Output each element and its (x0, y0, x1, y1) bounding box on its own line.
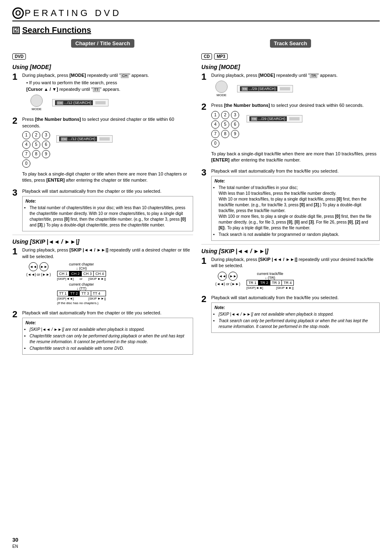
right-step1-num: 1 (201, 72, 209, 99)
mp3-badge: MP3 (214, 53, 228, 60)
left-step2-display: CH .../12 (SEARCH) (56, 135, 113, 143)
right-skip-tr-diagram: current track/file ↓ (TR) TR 1 TR 2 TR 3… (247, 272, 294, 290)
right-skip-step2: 2 Playback will start automatically from… (201, 295, 380, 333)
left-step1-diagram: MODE CH .../12 (SEARCH) (30, 95, 193, 111)
right-using-mode-title: Using [MODE] (201, 64, 380, 70)
right-step2-diagram: 1 2 3 4 5 6 7 8 9 (211, 111, 380, 149)
left-step2-diagram: 1 2 3 4 5 6 7 8 9 (22, 131, 193, 169)
left-step3-num: 3 (12, 188, 20, 231)
left-using-skip-title: Using [SKIP |◄◄ / ►►|] (12, 238, 193, 245)
left-skip-step2-content: Playback will start automatically from t… (22, 310, 193, 355)
left-skip-note: Note: [SKIP |◄◄ / ►►|] are not available… (22, 318, 193, 355)
left-step3-content: Playback will start automatically from t… (22, 188, 193, 231)
left-step2: 2 Press [the Number buttons] to select y… (12, 116, 193, 185)
track-search-banner: Track Search (270, 39, 311, 48)
right-skip-step2-num: 2 (201, 295, 209, 333)
left-skip-step2: 2 Playback will start automatically from… (12, 310, 193, 355)
left-step1-display: CH .../12 (SEARCH) (52, 99, 108, 106)
right-step3-content: Playback will start automatically from t… (211, 168, 380, 241)
header-circle-letter: O (15, 9, 21, 18)
section-title-text: Search Functions (22, 25, 91, 35)
left-step1: 1 During playback, press [MODE] repeated… (12, 72, 193, 113)
page-header: O PERATING DVD (12, 7, 380, 21)
left-divider (12, 235, 193, 235)
mode-button: MODE (30, 95, 43, 111)
right-step2: 2 Press [the Number buttons] to select y… (201, 102, 380, 164)
section-title: ☑ Search Functions (12, 25, 380, 35)
right-skip-note: Note: [SKIP |◄◄ / ►►|] are not available… (211, 302, 380, 333)
dvd-badge: DVD (12, 53, 193, 61)
right-divider (201, 244, 380, 245)
right-skip-step1: 1 During playback, press [SKIP |◄◄ / ►►|… (201, 256, 380, 291)
left-skip-step1-content: During playback, press [SKIP |◄◄ / ►►|] … (22, 247, 193, 307)
header-title: PERATING DVD (25, 8, 121, 18)
header-circle: O (12, 7, 24, 19)
right-skip-step1-num: 1 (201, 256, 209, 291)
right-step3-num: 3 (201, 168, 209, 241)
left-step3: 3 Playback will start automatically from… (12, 188, 193, 231)
left-step1-num: 1 (12, 72, 20, 113)
left-skip-step1: 1 During playback, press [SKIP |◄◄ / ►►|… (12, 247, 193, 307)
cd-badge: CD (201, 53, 212, 60)
right-step2-content: Press [the Number buttons] to select you… (211, 102, 380, 164)
left-skip-step1-num: 1 (12, 247, 20, 307)
chapter-title-search-banner: Chapter / Title Search (71, 39, 134, 48)
page-lang: EN (12, 544, 18, 549)
left-step1-content: During playback, press [MODE] repeatedly… (22, 72, 193, 113)
left-step2-num: 2 (12, 116, 20, 185)
main-content: Chapter / Title Search DVD Using [MODE] … (12, 39, 380, 358)
left-column: Chapter / Title Search DVD Using [MODE] … (12, 39, 193, 358)
left-step3-note: Note: The total number of chapters/title… (22, 196, 193, 231)
right-step3-note: Note: The total number of tracks/files i… (211, 176, 380, 241)
right-column: Track Search CD MP3 Using [MODE] 1 Durin… (201, 39, 380, 358)
left-step2-content: Press [the Number buttons] to select you… (22, 116, 193, 185)
right-skip-diagram: ◄◄ ►► (◄◄) or (►►) current track/file ↓ … (215, 272, 380, 290)
left-skip-step2-num: 2 (12, 310, 20, 355)
checkbox-icon: ☑ (12, 27, 20, 34)
right-step1-diagram: MODE TR .../29 (SEARCH) (215, 81, 380, 97)
right-step3: 3 Playback will start automatically from… (201, 168, 380, 241)
right-step2-display: TR .../29 (SEARCH) (247, 115, 302, 122)
right-skip-step2-content: Playback will start automatically from t… (211, 295, 380, 333)
left-using-mode-title: Using [MODE] (12, 64, 193, 70)
page-number: 30 (12, 537, 18, 543)
right-step2-num: 2 (201, 102, 209, 164)
left-skip-diagram: ◄◄ ►► (◄◄) or (►►) current chapter ↓ (CH… (26, 262, 193, 305)
right-step1-content: During playback, press [MODE] repeatedly… (211, 72, 380, 99)
left-skip-ch-diagram: current chapter ↓ (CH) CH 1 CH 2 CH 3 CH… (57, 262, 106, 305)
right-skip-step1-content: During playback, press [SKIP |◄◄ / ►►|] … (211, 256, 380, 291)
right-using-skip-title: Using [SKIP |◄◄ / ►►|] (201, 248, 380, 254)
right-step1: 1 During playback, press [MODE] repeated… (201, 72, 380, 99)
dvd-badge-label: DVD (12, 53, 26, 60)
page-footer: 30 EN (12, 537, 18, 549)
right-step1-display: TR .../29 (SEARCH) (237, 85, 293, 92)
